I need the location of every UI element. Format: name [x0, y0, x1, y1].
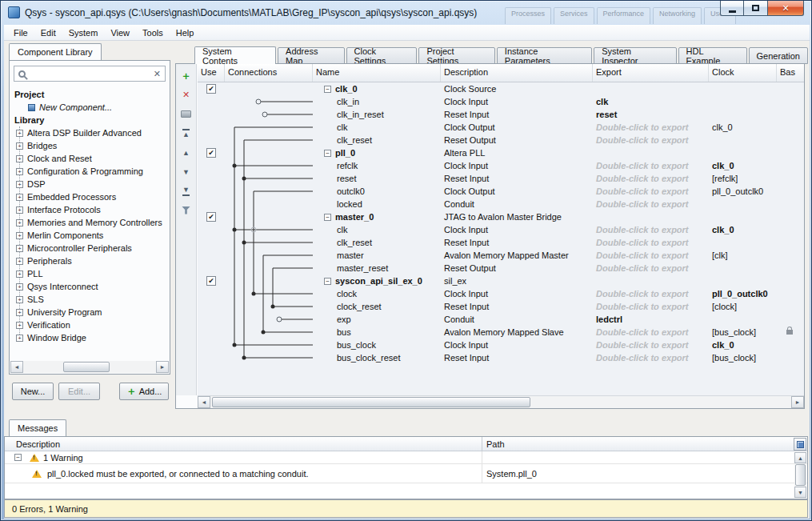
menu-help[interactable]: Help — [170, 26, 201, 39]
tab-generation[interactable]: Generation — [749, 47, 808, 64]
lock-icon[interactable] — [786, 330, 793, 335]
export-hint[interactable]: Double-click to export — [596, 174, 689, 183]
menu-file[interactable]: File — [7, 26, 34, 39]
scroll-thumb[interactable] — [795, 464, 806, 486]
expand-icon[interactable]: + — [16, 271, 23, 278]
tree-project-label[interactable]: Project — [12, 88, 167, 101]
minimize-button[interactable] — [720, 1, 744, 16]
export-value[interactable]: clk — [596, 97, 608, 106]
clock-value[interactable]: [clk] — [712, 250, 728, 260]
scroll-left-arrow[interactable]: ◄ — [10, 361, 23, 373]
export-hint[interactable]: Double-click to export — [596, 263, 689, 273]
tree-item-altera-dsp-builder-advanced[interactable]: +Altera DSP Builder Advanced — [12, 126, 167, 139]
new-component-button[interactable]: New... — [12, 383, 54, 400]
tree-item-peripherals[interactable]: +Peripherals — [12, 254, 167, 267]
tree-item-microcontroller-peripherals[interactable]: +Microcontroller Peripherals — [12, 242, 167, 254]
edit-icon[interactable] — [179, 107, 194, 121]
expand-icon[interactable]: + — [16, 168, 23, 175]
tree-item-memories-and-memory-controllers[interactable]: +Memories and Memory Controllers — [12, 216, 167, 229]
tab-component-library[interactable]: Component Library — [9, 43, 102, 60]
expand-icon[interactable]: + — [16, 130, 23, 137]
clock-value[interactable]: pll_0_outclk0 — [712, 289, 768, 299]
expand-icon[interactable]: + — [16, 142, 23, 150]
clock-value[interactable]: clk_0 — [712, 340, 734, 350]
clock-value[interactable]: [bus_clock] — [712, 327, 756, 337]
connection-point[interactable] — [277, 317, 282, 322]
tree-item-configuration-programming[interactable]: +Configuration & Programming — [12, 165, 167, 178]
tab-hdl-example[interactable]: HDL Example — [678, 47, 747, 64]
export-hint[interactable]: Double-click to export — [596, 225, 689, 234]
expand-icon[interactable]: + — [16, 194, 23, 201]
warning-group-row[interactable]: − 1 Warning — [5, 451, 807, 464]
tree-item-pll[interactable]: +PLL — [12, 267, 167, 280]
maximize-button[interactable] — [744, 1, 767, 16]
move-top-icon[interactable]: ▲ — [179, 126, 194, 140]
menu-system[interactable]: System — [62, 26, 105, 39]
expand-icon[interactable]: + — [16, 335, 23, 342]
expand-icon[interactable]: + — [16, 245, 23, 252]
export-value[interactable]: ledctrl — [596, 315, 622, 324]
titlebar[interactable]: ProcessesServicesPerformanceNetworkingUs… — [1, 1, 811, 25]
expand-icon[interactable]: + — [16, 155, 23, 162]
expand-icon[interactable]: + — [16, 219, 23, 226]
remove-icon[interactable]: ✕ — [179, 88, 194, 102]
filter-icon[interactable] — [179, 203, 194, 217]
tree-item-window-bridge[interactable]: +Window Bridge — [12, 331, 167, 344]
use-checkbox[interactable]: ✔ — [206, 212, 216, 222]
tab-address-map[interactable]: Address Map — [278, 47, 344, 64]
export-value[interactable]: reset — [596, 110, 617, 119]
connection-point[interactable] — [262, 112, 267, 117]
edit-component-button[interactable]: Edit... — [58, 383, 100, 400]
clock-value[interactable]: [bus_clock] — [712, 353, 756, 363]
tree-item-verification[interactable]: +Verification — [12, 319, 167, 331]
menu-tools[interactable]: Tools — [136, 26, 170, 39]
collapse-icon[interactable]: − — [324, 86, 331, 93]
export-hint[interactable]: Double-click to export — [596, 302, 689, 311]
add-icon[interactable]: ＋ — [179, 69, 194, 82]
scroll-right-arrow[interactable]: ► — [791, 396, 804, 408]
close-button[interactable]: ✕ — [767, 1, 804, 16]
collapse-icon[interactable]: − — [324, 150, 331, 157]
scroll-right-arrow[interactable]: ► — [156, 361, 169, 373]
expand-icon[interactable]: + — [16, 296, 23, 303]
search-input[interactable] — [26, 69, 154, 78]
tab-instance-parameters[interactable]: Instance Parameters — [497, 47, 592, 64]
export-hint[interactable]: Double-click to export — [596, 340, 689, 350]
tree-item-clock-and-reset[interactable]: +Clock and Reset — [12, 152, 167, 165]
move-up-icon[interactable]: ▲ — [179, 146, 194, 159]
export-hint[interactable]: Double-click to export — [596, 161, 689, 170]
export-hint[interactable]: Double-click to export — [596, 353, 689, 363]
tab-project-settings[interactable]: Project Settings — [418, 47, 494, 64]
export-hint[interactable]: Double-click to export — [596, 238, 689, 247]
export-hint[interactable]: Double-click to export — [596, 250, 689, 260]
tab-system-contents[interactable]: System Contents — [194, 46, 276, 64]
connection-point[interactable] — [256, 99, 261, 104]
export-hint[interactable]: Double-click to export — [596, 199, 689, 209]
expand-icon[interactable]: + — [16, 232, 23, 239]
scroll-down-arrow[interactable]: ▼ — [794, 487, 806, 498]
collapse-icon[interactable]: − — [324, 214, 331, 221]
clock-value[interactable]: clk_0 — [712, 122, 733, 132]
export-hint[interactable]: Double-click to export — [596, 289, 689, 299]
tree-item-bridges[interactable]: +Bridges — [12, 139, 167, 152]
clock-value[interactable]: [clock] — [712, 302, 737, 311]
expand-icon[interactable]: + — [16, 322, 23, 329]
scroll-thumb[interactable] — [63, 362, 110, 372]
scroll-up-arrow[interactable]: ▲ — [794, 452, 806, 463]
tree-item-qsys-interconnect[interactable]: +Qsys Interconnect — [12, 280, 167, 293]
clock-value[interactable]: clk_0 — [712, 161, 734, 170]
collapse-icon[interactable]: − — [14, 454, 22, 461]
export-hint[interactable]: Double-click to export — [596, 135, 689, 145]
scroll-thumb[interactable] — [212, 397, 530, 407]
add-component-button[interactable]: ＋Add... — [119, 383, 169, 400]
use-checkbox[interactable]: ✔ — [206, 84, 216, 94]
scroll-left-arrow[interactable]: ◄ — [198, 396, 210, 408]
export-hint[interactable]: Double-click to export — [596, 186, 689, 196]
tree-item-merlin-components[interactable]: +Merlin Components — [12, 229, 167, 242]
tree-item-university-program[interactable]: +University Program — [12, 306, 167, 319]
tree-item-embedded-processors[interactable]: +Embedded Processors — [12, 190, 167, 203]
move-down-icon[interactable]: ▼ — [179, 165, 194, 178]
expand-icon[interactable]: + — [16, 206, 23, 214]
clock-value[interactable]: clk_0 — [712, 225, 734, 234]
tab-system-inspector[interactable]: System Inspector — [594, 47, 676, 64]
